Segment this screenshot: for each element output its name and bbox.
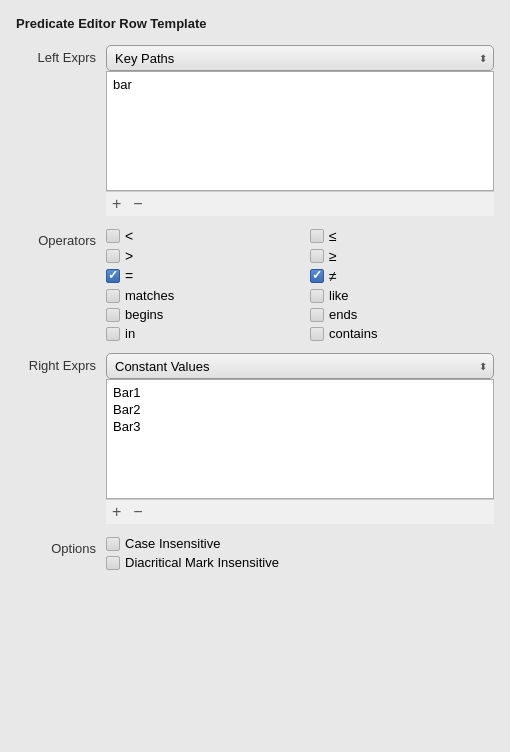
operator-eq-label[interactable]: = bbox=[106, 268, 133, 284]
left-exprs-remove-button[interactable]: − bbox=[133, 196, 142, 212]
list-item[interactable]: Bar3 bbox=[111, 418, 489, 435]
operators-grid: < ≤ > ≥ bbox=[106, 228, 494, 341]
operator-begins-symbol: begins bbox=[125, 307, 163, 322]
operators-row: Operators < ≤ > bbox=[16, 228, 494, 341]
options-content: Case Insensitive Diacritical Mark Insens… bbox=[106, 536, 494, 574]
right-exprs-label: Right Exprs bbox=[16, 353, 106, 373]
operator-row-in: in bbox=[106, 326, 290, 341]
operator-gte-label[interactable]: ≥ bbox=[310, 248, 337, 264]
operator-row-ends: ends bbox=[310, 307, 494, 322]
right-exprs-content: Constant Values Key Paths Custom Express… bbox=[106, 353, 494, 524]
left-exprs-add-button[interactable]: + bbox=[112, 196, 121, 212]
operator-neq-checkbox[interactable] bbox=[310, 269, 324, 283]
left-exprs-select-wrapper: Key Paths Constant Values Custom Express… bbox=[106, 45, 494, 71]
operator-gt-label[interactable]: > bbox=[106, 248, 133, 264]
operator-matches-symbol: matches bbox=[125, 288, 174, 303]
operator-begins-checkbox[interactable] bbox=[106, 308, 120, 322]
operator-begins-label[interactable]: begins bbox=[106, 307, 163, 322]
left-exprs-label: Left Exprs bbox=[16, 45, 106, 65]
panel-title: Predicate Editor Row Template bbox=[16, 16, 494, 31]
option-diacritical-checkbox[interactable] bbox=[106, 556, 120, 570]
left-exprs-content: Key Paths Constant Values Custom Express… bbox=[106, 45, 494, 216]
operators-content: < ≤ > ≥ bbox=[106, 228, 494, 341]
operator-row-contains: contains bbox=[310, 326, 494, 341]
operator-ends-checkbox[interactable] bbox=[310, 308, 324, 322]
operator-ends-label[interactable]: ends bbox=[310, 307, 357, 322]
operator-in-symbol: in bbox=[125, 326, 135, 341]
right-exprs-listbox: Bar1 Bar2 Bar3 bbox=[106, 379, 494, 499]
left-exprs-listbox: bar bbox=[106, 71, 494, 191]
operator-lte-symbol: ≤ bbox=[329, 228, 337, 244]
operator-row-gte: ≥ bbox=[310, 248, 494, 264]
operator-like-label[interactable]: like bbox=[310, 288, 349, 303]
right-exprs-row: Right Exprs Constant Values Key Paths Cu… bbox=[16, 353, 494, 524]
right-exprs-footer: + − bbox=[106, 499, 494, 524]
operator-lt-symbol: < bbox=[125, 228, 133, 244]
operator-row-like: like bbox=[310, 288, 494, 303]
operator-contains-checkbox[interactable] bbox=[310, 327, 324, 341]
operator-in-label[interactable]: in bbox=[106, 326, 135, 341]
options-row: Options Case Insensitive Diacritical Mar… bbox=[16, 536, 494, 574]
right-exprs-add-button[interactable]: + bbox=[112, 504, 121, 520]
operator-lte-checkbox[interactable] bbox=[310, 229, 324, 243]
operator-row-neq: ≠ bbox=[310, 268, 494, 284]
option-diacritical-label[interactable]: Diacritical Mark Insensitive bbox=[106, 555, 279, 570]
operator-gte-symbol: ≥ bbox=[329, 248, 337, 264]
operator-contains-label[interactable]: contains bbox=[310, 326, 377, 341]
operator-gt-checkbox[interactable] bbox=[106, 249, 120, 263]
operator-matches-checkbox[interactable] bbox=[106, 289, 120, 303]
options-label: Options bbox=[16, 536, 106, 556]
operator-row-lt: < bbox=[106, 228, 290, 244]
operator-in-checkbox[interactable] bbox=[106, 327, 120, 341]
option-case-row: Case Insensitive bbox=[106, 536, 494, 551]
operator-lt-label[interactable]: < bbox=[106, 228, 133, 244]
operator-contains-symbol: contains bbox=[329, 326, 377, 341]
option-case-text: Case Insensitive bbox=[125, 536, 220, 551]
option-case-checkbox[interactable] bbox=[106, 537, 120, 551]
operator-row-matches: matches bbox=[106, 288, 290, 303]
operator-row-eq: = bbox=[106, 268, 290, 284]
option-diacritical-row: Diacritical Mark Insensitive bbox=[106, 555, 494, 570]
operator-like-checkbox[interactable] bbox=[310, 289, 324, 303]
operator-row-lte: ≤ bbox=[310, 228, 494, 244]
operator-lt-checkbox[interactable] bbox=[106, 229, 120, 243]
operator-neq-symbol: ≠ bbox=[329, 268, 337, 284]
operator-lte-label[interactable]: ≤ bbox=[310, 228, 337, 244]
operator-row-gt: > bbox=[106, 248, 290, 264]
right-exprs-remove-button[interactable]: − bbox=[133, 504, 142, 520]
operator-like-symbol: like bbox=[329, 288, 349, 303]
right-exprs-select-wrapper: Constant Values Key Paths Custom Express… bbox=[106, 353, 494, 379]
operators-label: Operators bbox=[16, 228, 106, 248]
option-case-label[interactable]: Case Insensitive bbox=[106, 536, 220, 551]
list-item[interactable]: Bar1 bbox=[111, 384, 489, 401]
list-item[interactable]: bar bbox=[111, 76, 489, 93]
operator-eq-checkbox[interactable] bbox=[106, 269, 120, 283]
list-item[interactable]: Bar2 bbox=[111, 401, 489, 418]
operator-gt-symbol: > bbox=[125, 248, 133, 264]
operator-neq-label[interactable]: ≠ bbox=[310, 268, 337, 284]
left-exprs-row: Left Exprs Key Paths Constant Values Cus… bbox=[16, 45, 494, 216]
option-diacritical-text: Diacritical Mark Insensitive bbox=[125, 555, 279, 570]
operator-ends-symbol: ends bbox=[329, 307, 357, 322]
left-exprs-select[interactable]: Key Paths Constant Values Custom Express… bbox=[106, 45, 494, 71]
operator-gte-checkbox[interactable] bbox=[310, 249, 324, 263]
operator-matches-label[interactable]: matches bbox=[106, 288, 174, 303]
operator-eq-symbol: = bbox=[125, 268, 133, 284]
right-exprs-select[interactable]: Constant Values Key Paths Custom Express… bbox=[106, 353, 494, 379]
left-exprs-footer: + − bbox=[106, 191, 494, 216]
operator-row-begins: begins bbox=[106, 307, 290, 322]
